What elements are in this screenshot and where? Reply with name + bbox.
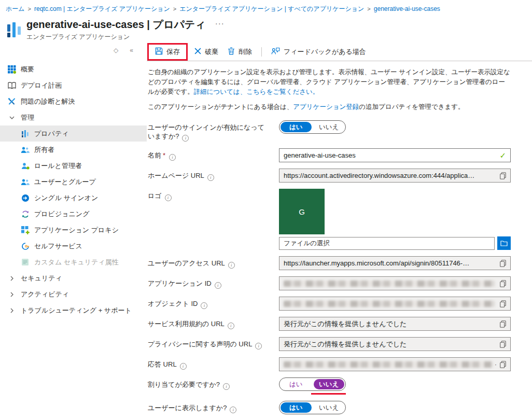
breadcrumb-home[interactable]: ホーム (6, 5, 25, 12)
sidebar-item-owners[interactable]: 所有者 (0, 142, 147, 158)
browse-file-button[interactable] (497, 236, 511, 250)
sidebar-item-label: アクティビティ (21, 290, 69, 299)
info-icon[interactable]: i (223, 383, 230, 390)
sign-in-enabled-toggle[interactable]: はい いいえ (279, 120, 346, 134)
sidebar-section-manage[interactable]: 管理 (0, 109, 147, 125)
chevron-down-icon (7, 115, 16, 121)
toggle-option-no[interactable]: いいえ (314, 122, 345, 132)
field-label-privacy-url: プライバシーに関する声明の URLi (148, 337, 279, 351)
tools-icon (7, 97, 16, 106)
field-label-terms-url: サービス利用規約の URLi (148, 317, 279, 331)
toggle-option-yes[interactable]: はい (281, 379, 312, 389)
user-access-url-field: https://launcher.myapps.microsoft.com/ap… (279, 256, 511, 270)
app-registration-link[interactable]: アプリケーション登録 (293, 103, 359, 110)
sidebar-item-provisioning[interactable]: プロビジョニング (0, 206, 147, 222)
copy-icon[interactable] (500, 341, 506, 348)
valid-check-icon: ✓ (499, 151, 506, 160)
field-label-homepage-url: ホームページ URLi (148, 169, 279, 183)
breadcrumb-separator: > (367, 6, 370, 12)
info-icon[interactable]: i (230, 407, 236, 413)
breadcrumb-separator: > (28, 6, 31, 12)
homepage-url-value: https://account.activedirectory.windowsa… (284, 172, 497, 179)
privacy-url-value: 発行元がこの情報を提供しませんでした (284, 340, 497, 349)
people-icon (21, 177, 30, 186)
sidebar-item-label: デプロイ計画 (21, 81, 62, 90)
page-header: generative-ai-use-cases | プロパティ ··· エンター… (0, 13, 532, 41)
toggle-option-no[interactable]: いいえ (314, 379, 345, 389)
intro-paragraph: ご自身の組織のアプリケーション設定を表示および管理します。表示情報、ユーザー サ… (148, 67, 511, 97)
sidebar-item-label: セキュリティ (21, 274, 62, 283)
sidebar-item-deployment-plan[interactable]: デプロイ計画 (0, 77, 147, 93)
sidebar-item-label: アプリケーション プロキシ (34, 226, 119, 235)
info-icon[interactable]: i (169, 154, 176, 161)
visible-to-users-toggle[interactable]: はい いいえ (279, 401, 346, 414)
feedback-button[interactable]: フィードバックがある場合 (267, 45, 371, 59)
save-button[interactable]: 保存 (150, 45, 185, 59)
sidebar-item-application-proxy[interactable]: アプリケーション プロキシ (0, 222, 147, 238)
sidebar-item-label: カスタム セキュリティ属性 (34, 258, 119, 267)
info-icon[interactable]: i (228, 262, 235, 269)
sidebar-item-overview[interactable]: 概要 (0, 61, 147, 77)
breadcrumb: ホーム>reqtc.com | エンタープライズ アプリケーション>エンタープラ… (0, 0, 532, 13)
sidebar-section-activity[interactable]: アクティビティ (0, 286, 147, 302)
copy-icon[interactable] (500, 300, 506, 307)
save-label: 保存 (166, 47, 180, 57)
copy-icon[interactable] (500, 260, 506, 267)
sidebar-item-single-sign-on[interactable]: シングル サインオン (0, 190, 147, 206)
delete-label: 削除 (239, 47, 252, 57)
info-icon[interactable]: i (207, 174, 214, 181)
info-icon[interactable]: i (215, 282, 221, 289)
folder-icon (500, 240, 508, 246)
more-commands-button[interactable]: ··· (215, 19, 225, 27)
breadcrumb-current-app[interactable]: generative-ai-use-cases (374, 5, 440, 12)
sidebar-item-custom-security-attributes[interactable]: カスタム セキュリティ属性 (0, 254, 147, 270)
sidebar-item-self-service[interactable]: セルフサービス (0, 238, 147, 254)
book-icon (7, 81, 16, 90)
sidebar-item-diagnose-solve[interactable]: 問題の診断と解決 (0, 93, 147, 109)
collapse-sidebar-icon[interactable]: « (130, 47, 133, 54)
info-icon[interactable]: i (201, 302, 207, 309)
copy-icon[interactable] (500, 280, 506, 287)
sidebar-item-properties[interactable]: プロパティ (0, 125, 147, 142)
field-label-user-access-url: ユーザーのアクセス URLi (148, 256, 279, 270)
breadcrumb-tenant[interactable]: reqtc.com | エンタープライズ アプリケーション (34, 5, 170, 12)
properties-bars-icon (7, 21, 21, 41)
info-icon[interactable]: i (165, 194, 172, 201)
field-label-name: 名前*i (148, 148, 279, 162)
assignment-required-toggle[interactable]: はい いいえ (279, 377, 346, 391)
file-select-input[interactable]: ファイルの選択 (279, 237, 495, 250)
delete-button[interactable]: 削除 (223, 45, 257, 59)
copy-icon[interactable] (500, 361, 506, 368)
info-icon[interactable]: i (255, 343, 262, 349)
command-bar: 保存 破棄 削除 フィードバックがある場合 (147, 43, 532, 61)
toggle-option-yes[interactable]: はい (281, 402, 312, 413)
app-logo-image: G (279, 189, 325, 234)
pin-icon[interactable]: ◇ (114, 47, 118, 54)
sidebar-section-troubleshooting-support[interactable]: トラブルシューティング + サポート (0, 302, 147, 318)
info-icon[interactable]: i (228, 323, 234, 329)
attributes-document-icon (21, 258, 30, 267)
learn-more-link[interactable]: 詳細については、こちらをご覧ください。 (194, 88, 319, 95)
application-id-field (279, 276, 511, 290)
copy-icon[interactable] (500, 320, 506, 328)
info-icon[interactable]: i (180, 363, 187, 370)
person-role-icon (21, 161, 30, 170)
info-icon[interactable]: i (182, 135, 189, 142)
sso-arrow-icon (21, 193, 30, 202)
key-circle-icon (21, 242, 30, 250)
field-label-sign-in-enabled: ユーザーのサインインが有効になっていますか?i (148, 120, 279, 142)
discard-button[interactable]: 破棄 (190, 45, 223, 59)
copy-icon[interactable] (500, 172, 506, 179)
sidebar-item-roles-admins[interactable]: ロールと管理者 (0, 158, 147, 174)
toggle-option-yes[interactable]: はい (281, 122, 312, 132)
toggle-option-no[interactable]: いいえ (314, 402, 345, 413)
feedback-label: フィードバックがある場合 (284, 47, 366, 57)
terms-url-value: 発行元がこの情報を提供しませんでした (284, 319, 497, 329)
name-input[interactable]: generative-ai-use-cases ✓ (279, 148, 511, 162)
sidebar-section-security[interactable]: セキュリティ (0, 270, 147, 286)
reply-url-field: · (279, 357, 511, 371)
breadcrumb-all-applications[interactable]: エンタープライズ アプリケーション | すべてのアプリケーション (179, 5, 364, 12)
sidebar-item-users-groups[interactable]: ユーザーとグループ (0, 174, 147, 190)
people-icon (21, 145, 30, 154)
app-registration-paragraph: このアプリケーションがテナントにある場合は、アプリケーション登録の追加プロパティ… (148, 102, 511, 112)
